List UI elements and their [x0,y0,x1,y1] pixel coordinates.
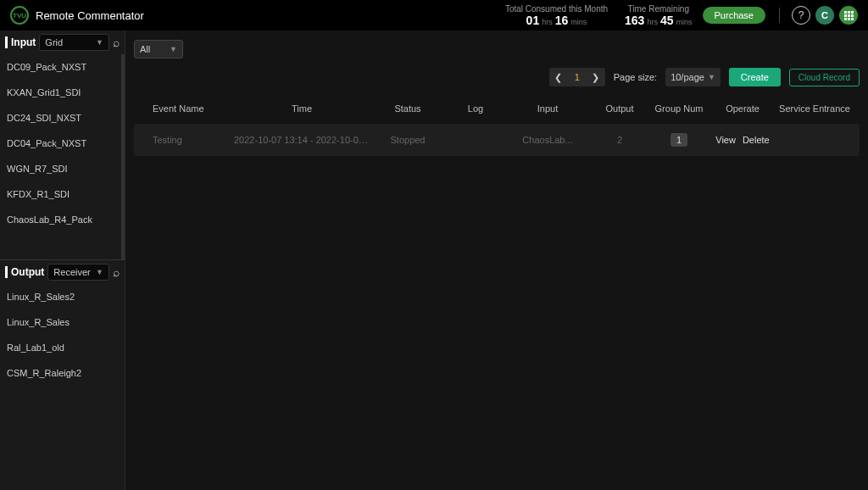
delete-link[interactable]: Delete [743,135,770,145]
output-label: Output [11,266,44,278]
sidebar-input-section: Input Grid ▼ ⌕ DC09_Pack_NXSTKXAN_Grid1_… [0,31,125,259]
chevron-down-icon: ▼ [96,38,103,47]
view-link[interactable]: View [715,135,736,145]
input-type-value: Grid [45,37,63,47]
user-avatar[interactable]: C [815,6,834,25]
page-next-button[interactable]: ❯ [587,68,605,86]
filter-value: All [140,44,150,54]
group-num-badge: 1 [670,133,687,147]
app-title: Remote Commentator [36,9,144,22]
app-header: TVU Remote Commentator Total Consumed th… [0,0,868,31]
sidebar-input-item[interactable]: KXAN_Grid1_SDI [0,80,121,105]
pagesize-value: 10/page [670,72,704,82]
table-column-header: Service Entrance [776,103,853,114]
chevron-down-icon: ▼ [96,268,103,276]
usage-stats: Total Consumed this Month 01 hrs 16 mins… [505,4,693,27]
chevron-down-icon: ▼ [170,45,177,53]
create-button[interactable]: Create [729,68,781,86]
main-content: All ▼ ❮ 1 ❯ Page size: 10/page ▼ Create … [125,31,868,490]
table-column-header: Output [590,103,649,114]
sidebar-input-item[interactable]: ChaosLab_R4_Pack [0,207,121,232]
page-prev-button[interactable]: ❮ [549,68,568,86]
sidebar-input-item[interactable]: DC24_SDI_NXST [0,105,121,131]
table-cell: Stopped [370,135,446,145]
sidebar-output-item[interactable]: Linux_R_Sales2 [0,284,125,309]
input-label: Input [11,36,36,48]
sidebar: Input Grid ▼ ⌕ DC09_Pack_NXSTKXAN_Grid1_… [0,31,125,490]
events-table: Event NameTimeStatusLogInputOutputGroup … [134,93,860,156]
pagination: ❮ 1 ❯ [549,68,605,86]
table-column-header: Input [505,103,590,114]
output-type-value: Receiver [53,267,90,277]
sidebar-input-item[interactable]: DC09_Pack_NXST [0,54,121,80]
table-column-header: Group Num [649,103,709,114]
table-column-header: Operate [709,103,776,114]
page-current: 1 [568,72,587,82]
filter-select[interactable]: All ▼ [134,40,183,58]
operate-cell: ViewDelete [709,135,776,145]
stat-consumed-label: Total Consumed this Month [505,4,608,14]
group-num-cell: 1 [649,133,709,147]
section-marker [5,36,8,48]
sidebar-input-item[interactable]: WGN_R7_SDI [0,156,121,181]
output-list[interactable]: Linux_R_Sales2Linux_R_SalesRal_Lab1_oldC… [0,284,125,490]
output-type-select[interactable]: Receiver ▼ [47,264,109,281]
sidebar-input-item[interactable]: DC04_Pack_NXST [0,131,121,156]
stat-remaining-hours: 163 [625,14,644,27]
mins-unit: mins [676,18,693,26]
mins-unit: mins [570,18,587,26]
table-row[interactable]: Testing2022-10-07 13:14 - 2022-10-07 13:… [134,124,860,156]
apps-grid-icon[interactable] [839,6,858,25]
section-marker [5,266,8,278]
table-column-header: Time [234,103,370,114]
cloud-record-button[interactable]: Cloud Record [789,69,860,86]
table-cell: ChaosLab... [505,135,590,145]
sidebar-output-item[interactable]: Ral_Lab1_old [0,335,125,360]
table-cell: 2 [590,135,649,145]
table-column-header: Status [370,103,446,114]
purchase-button[interactable]: Purchase [703,7,765,24]
table-column-header: Log [446,103,505,114]
sidebar-input-item[interactable]: KFDX_R1_SDI [0,181,121,207]
sidebar-output-item[interactable]: CSM_R_Raleigh2 [0,360,125,386]
search-icon[interactable]: ⌕ [113,265,120,279]
table-header: Event NameTimeStatusLogInputOutputGroup … [134,93,860,124]
stat-consumed: Total Consumed this Month 01 hrs 16 mins [505,4,608,27]
stat-consumed-hours: 01 [526,14,540,27]
logo: TVU [10,6,29,25]
chevron-down-icon: ▼ [708,73,715,81]
divider [779,8,780,23]
input-list[interactable]: DC09_Pack_NXSTKXAN_Grid1_SDIDC24_SDI_NXS… [0,54,125,259]
table-cell: Testing [141,135,234,145]
pagesize-select[interactable]: 10/page ▼ [665,68,721,86]
table-cell: 2022-10-07 13:14 - 2022-10-07 13:25 [234,135,370,145]
toolbar: All ▼ [134,37,860,61]
hrs-unit: hrs [542,18,553,26]
search-icon[interactable]: ⌕ [113,36,120,49]
stat-remaining-label: Time Remaining [625,4,692,14]
stat-remaining: Time Remaining 163 hrs 45 mins [625,4,692,27]
sidebar-output-section: Output Receiver ▼ ⌕ Linux_R_Sales2Linux_… [0,259,125,490]
input-type-select[interactable]: Grid ▼ [39,34,109,51]
stat-remaining-mins: 45 [660,14,674,27]
hrs-unit: hrs [647,18,658,26]
pagesize-label: Page size: [614,72,657,82]
sidebar-output-item[interactable]: Linux_R_Sales [0,309,125,335]
stat-consumed-mins: 16 [555,14,569,27]
table-column-header: Event Name [141,103,234,114]
help-icon[interactable]: ? [792,6,810,25]
